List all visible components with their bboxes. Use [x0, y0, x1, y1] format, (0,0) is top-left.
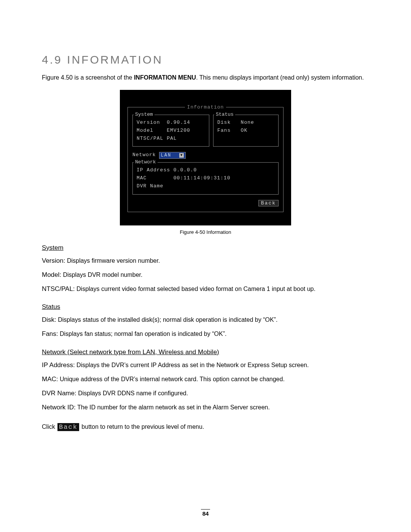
def-fans: Fans: Displays fan status; normal fan op…: [42, 329, 369, 339]
system-legend: System: [134, 112, 155, 117]
figure-caption: Figure 4-50 Information: [42, 229, 369, 235]
intro-suffix: . This menu displays important (read onl…: [196, 74, 364, 81]
section-heading: 4.9 INFORMATION: [42, 53, 369, 66]
status-fieldset: Status Disk None Fans OK: [213, 115, 279, 147]
def-ntscpal: NTSC/PAL: Displays current video format …: [42, 284, 369, 294]
click-back-line: Click Back button to return to the previ…: [42, 423, 369, 431]
page-number: 84: [0, 509, 411, 517]
network-subhead: Network (Select network type from LAN, W…: [42, 348, 369, 356]
information-screenshot: Information System Version 0.90.14 Model…: [120, 90, 291, 225]
intro-paragraph: Figure 4.50 is a screenshot of the INFOR…: [42, 73, 369, 82]
network-dropdown[interactable]: LAN ▼: [159, 152, 186, 159]
intro-prefix: Figure 4.50 is a screenshot of the: [42, 74, 134, 81]
network-legend: Network: [134, 159, 158, 165]
back-button[interactable]: Back: [258, 200, 279, 206]
screenshot-title: Information: [185, 104, 226, 110]
status-legend: Status: [214, 112, 235, 117]
def-ipaddress: IP Address: Displays the DVR’s current I…: [42, 360, 369, 370]
network-fieldset: Network IP Address 0.0.0.0 MAC 00:11:14:…: [132, 162, 279, 194]
network-label: Network: [132, 151, 156, 159]
network-values: IP Address 0.0.0.0 MAC 00:11:14:09:31:10…: [137, 166, 274, 190]
system-subhead: System: [42, 244, 369, 252]
def-mac: MAC: Unique address of the DVR’s interna…: [42, 374, 369, 384]
def-networkid: Network ID: The ID number for the alarm …: [42, 402, 369, 412]
status-values: Disk None Fans OK: [217, 119, 274, 135]
def-dvrname: DVR Name: Displays DVR DDNS name if conf…: [42, 388, 369, 398]
click-prefix: Click: [42, 423, 57, 430]
chevron-down-icon: ▼: [179, 153, 184, 158]
network-dropdown-value: LAN: [161, 153, 179, 158]
system-fieldset: System Version 0.90.14 Model EMV1200 NTS…: [132, 115, 209, 147]
def-model: Model: Displays DVR model number.: [42, 270, 369, 280]
inline-back-button: Back: [57, 423, 79, 431]
section-title-text: INFORMATION: [67, 53, 163, 66]
def-disk: Disk: Displays status of the installed d…: [42, 315, 369, 325]
status-subhead: Status: [42, 303, 369, 311]
def-version: Version: Displays firmware version numbe…: [42, 256, 369, 266]
system-values: Version 0.90.14 Model EMV1200 NTSC/PAL P…: [137, 119, 205, 142]
intro-bold: INFORMATION MENU: [134, 74, 196, 81]
click-suffix: button to return to the previous level o…: [80, 423, 204, 430]
section-number: 4.9: [42, 53, 62, 66]
